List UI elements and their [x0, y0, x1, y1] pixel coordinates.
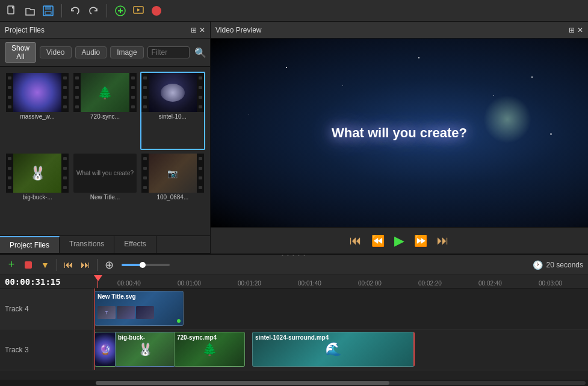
project-files-header: Project Files ⊞ ✕	[0, 22, 210, 39]
star-7	[550, 133, 552, 135]
media-item-newtitle[interactable]: What will you create? New Title...	[72, 152, 137, 231]
tl-separator	[57, 259, 57, 271]
track-4-content[interactable]: New Title.svg T	[93, 288, 588, 329]
tl-separator2	[97, 259, 97, 271]
zoom-slider[interactable]	[122, 264, 170, 266]
filter-all-button[interactable]: Show All	[5, 42, 36, 63]
track-3-name: Track 3	[5, 346, 29, 354]
clip-end-marker	[177, 319, 181, 323]
tab-effects[interactable]: Effects	[114, 236, 156, 253]
remove-track-button[interactable]	[22, 258, 35, 272]
media-grid: massive_w... 🌲 720-sync... sintel-10...	[0, 67, 210, 235]
add-track-button[interactable]: +	[5, 258, 18, 272]
goto-start-button[interactable]: ⏮	[62, 258, 75, 272]
resize-dots: • • • • •	[282, 252, 306, 258]
media-label-newtitle: New Title...	[73, 193, 136, 202]
media-label-720sync: 720-sync...	[73, 112, 136, 121]
undo-icon[interactable]	[68, 4, 82, 18]
separator	[107, 4, 107, 17]
rewind-button[interactable]: ⏪	[371, 234, 385, 247]
media-item-100[interactable]: 📷 100_0684...	[140, 152, 205, 231]
preview-controls-header: ⊞ ✕	[569, 26, 583, 34]
track3-playhead	[94, 329, 95, 370]
center-playhead-button[interactable]: ⊕	[102, 258, 116, 272]
timeline-ruler[interactable]: 00:00:31:15 00:00:40 00:01:00 00:01:20 0…	[0, 275, 588, 288]
clip-sintel-label: sintel-1024-surround.mp4	[255, 334, 329, 341]
svg-rect-2	[45, 6, 51, 10]
float-icon[interactable]: ⊞	[191, 26, 197, 34]
duration-display: 🕐 20 seconds	[533, 260, 583, 270]
clip-bigbuck-track[interactable]: big-buck- 🐰	[115, 332, 175, 367]
preview-title: Video Preview	[215, 26, 262, 34]
tab-project-files[interactable]: Project Files	[0, 236, 60, 253]
rewind-start-button[interactable]: ⏮	[350, 234, 362, 247]
tab-transitions[interactable]: Transitions	[60, 236, 114, 253]
timeline-toolbar: + ▼ ⏮ ⏭ ⊕ 🕐 20 seconds	[0, 255, 588, 275]
redo-icon[interactable]	[86, 4, 101, 18]
preview-text: What will you create?	[332, 125, 467, 141]
clip-m-inner: 🔮	[95, 332, 116, 366]
track4-playhead	[94, 288, 95, 329]
media-item-massive[interactable]: massive_w...	[5, 72, 70, 150]
main-toolbar	[0, 0, 588, 22]
forward-end-button[interactable]: ⏭	[437, 234, 449, 247]
clip-720sync-track[interactable]: 720-sync.mp4 🌲	[174, 332, 245, 367]
timeline-scrollbar	[0, 379, 588, 386]
svg-rect-10	[25, 261, 32, 269]
media-label-100: 100_0684...	[141, 193, 204, 202]
media-item-720sync[interactable]: 🌲 720-sync...	[72, 72, 137, 150]
goto-end-button[interactable]: ⏭	[79, 258, 92, 272]
clip-frame3	[136, 306, 154, 319]
open-icon[interactable]	[23, 4, 37, 18]
arrow-down-button[interactable]: ▼	[39, 258, 52, 272]
clip-m[interactable]: 🔮	[94, 332, 116, 367]
filter-image-button[interactable]: Image	[110, 46, 143, 58]
time-mark-120: 00:01:20	[238, 280, 261, 287]
preview-header: Video Preview ⊞ ✕	[211, 22, 588, 39]
timeline-resize-handle[interactable]: • • • • •	[0, 252, 588, 257]
add-media-icon[interactable]	[113, 4, 128, 18]
track-3-content[interactable]: 🔮 big-buck- 🐰 720-sync.mp4 🌲	[93, 329, 588, 370]
zoom-slider-container	[122, 264, 170, 266]
time-mark-220: 00:02:20	[418, 280, 442, 287]
scroll-thumb[interactable]	[96, 381, 389, 385]
float-preview-icon[interactable]: ⊞	[569, 26, 575, 34]
clip-sintel-track[interactable]: sintel-1024-surround.mp4 🌊	[252, 332, 415, 367]
track-3-label: Track 3	[0, 329, 93, 370]
clip-bigbuck-label: big-buck-	[118, 334, 145, 341]
clock-icon: 🕐	[533, 260, 543, 270]
close-preview-icon[interactable]: ✕	[577, 26, 583, 34]
clip-newtitle[interactable]: New Title.svg T	[94, 291, 184, 326]
clip-frame2	[117, 306, 135, 319]
current-time-display: 00:00:31:15	[5, 277, 61, 287]
clip-bigbuck-inner: big-buck- 🐰	[116, 332, 175, 366]
clip-frame: T	[97, 306, 116, 319]
filter-input[interactable]	[147, 46, 190, 58]
close-project-icon[interactable]: ✕	[199, 26, 205, 34]
bottom-tabs: Project Files Transitions Effects	[0, 235, 210, 254]
save-icon[interactable]	[41, 4, 55, 18]
filter-clear-icon[interactable]: 🔍	[194, 47, 206, 58]
play-button[interactable]: ▶	[394, 233, 404, 249]
preview-controls: ⏮ ⏪ ▶ ⏩ ⏭	[211, 227, 588, 254]
video-preview-area: What will you create?	[211, 39, 588, 227]
fast-forward-button[interactable]: ⏩	[414, 234, 427, 247]
media-item-bigbuck[interactable]: 🐰 big-buck-...	[5, 152, 70, 231]
filter-video-button[interactable]: Video	[40, 46, 71, 58]
filter-bar: Show All Video Audio Image 🔍	[0, 39, 210, 67]
filter-audio-button[interactable]: Audio	[75, 46, 107, 58]
right-panel: Video Preview ⊞ ✕ What will you create? …	[211, 22, 588, 254]
clip-m-visual: 🔮	[95, 332, 116, 366]
main-area: Project Files ⊞ ✕ Show All Video Audio I…	[0, 22, 588, 254]
star-5	[531, 76, 533, 78]
project-files-controls: ⊞ ✕	[191, 26, 205, 34]
new-icon[interactable]	[5, 4, 19, 18]
track-4-label: Track 4	[0, 288, 93, 329]
export-icon[interactable]	[131, 4, 146, 18]
render-icon[interactable]	[149, 4, 164, 18]
svg-point-9	[152, 6, 161, 16]
clip-newtitle-label: New Title.svg	[97, 293, 136, 300]
scroll-track[interactable]	[96, 381, 586, 385]
media-item-sintel[interactable]: sintel-10...	[140, 72, 205, 150]
clip-720sync-label: 720-sync.mp4	[177, 334, 217, 341]
